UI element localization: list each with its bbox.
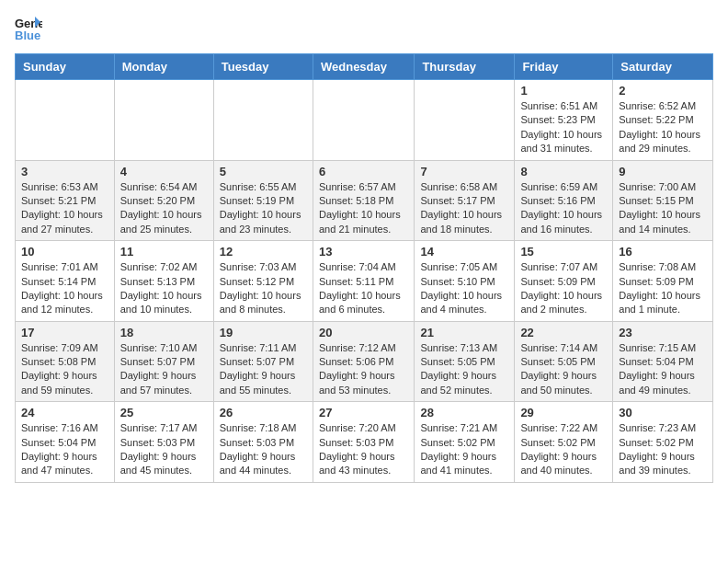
weekday-header-monday: Monday: [114, 54, 213, 80]
calendar-cell: 30Sunrise: 7:23 AM Sunset: 5:02 PM Dayli…: [613, 402, 713, 483]
calendar-cell: 27Sunrise: 7:20 AM Sunset: 5:03 PM Dayli…: [313, 402, 414, 483]
weekday-header-saturday: Saturday: [613, 54, 713, 80]
calendar-cell: 6Sunrise: 6:57 AM Sunset: 5:18 PM Daylig…: [313, 160, 414, 241]
day-info: Sunrise: 7:10 AM Sunset: 5:07 PM Dayligh…: [120, 341, 208, 398]
day-number: 24: [21, 406, 108, 419]
weekday-header-tuesday: Tuesday: [213, 54, 313, 80]
calendar-cell: 18Sunrise: 7:10 AM Sunset: 5:07 PM Dayli…: [114, 321, 213, 402]
day-number: 10: [21, 245, 108, 259]
day-number: 16: [619, 245, 707, 259]
weekday-header-thursday: Thursday: [415, 54, 515, 80]
day-info: Sunrise: 7:03 AM Sunset: 5:12 PM Dayligh…: [220, 260, 307, 317]
day-info: Sunrise: 7:15 AM Sunset: 5:04 PM Dayligh…: [619, 341, 707, 398]
day-info: Sunrise: 7:01 AM Sunset: 5:14 PM Dayligh…: [21, 260, 108, 317]
day-info: Sunrise: 7:13 AM Sunset: 5:05 PM Dayligh…: [420, 341, 508, 398]
calendar-cell: 29Sunrise: 7:22 AM Sunset: 5:02 PM Dayli…: [515, 402, 613, 483]
day-info: Sunrise: 7:17 AM Sunset: 5:03 PM Dayligh…: [120, 421, 208, 478]
day-number: 26: [220, 406, 307, 419]
day-info: Sunrise: 7:23 AM Sunset: 5:02 PM Dayligh…: [619, 421, 707, 478]
day-info: Sunrise: 6:52 AM Sunset: 5:22 PM Dayligh…: [619, 99, 707, 156]
day-info: Sunrise: 7:14 AM Sunset: 5:05 PM Dayligh…: [520, 341, 607, 398]
calendar-cell: 14Sunrise: 7:05 AM Sunset: 5:10 PM Dayli…: [415, 241, 515, 322]
day-number: 12: [220, 245, 307, 259]
calendar-week-1: 1Sunrise: 6:51 AM Sunset: 5:23 PM Daylig…: [16, 80, 713, 161]
calendar-cell: 24Sunrise: 7:16 AM Sunset: 5:04 PM Dayli…: [16, 402, 115, 483]
day-number: 13: [319, 245, 408, 259]
day-info: Sunrise: 7:11 AM Sunset: 5:07 PM Dayligh…: [220, 341, 307, 398]
day-number: 7: [420, 165, 508, 178]
calendar-week-5: 24Sunrise: 7:16 AM Sunset: 5:04 PM Dayli…: [16, 402, 713, 483]
day-number: 1: [520, 84, 607, 98]
calendar-cell: [313, 80, 414, 161]
day-number: 15: [520, 245, 607, 259]
day-info: Sunrise: 7:18 AM Sunset: 5:03 PM Dayligh…: [220, 421, 307, 478]
day-number: 9: [619, 165, 707, 178]
day-info: Sunrise: 6:51 AM Sunset: 5:23 PM Dayligh…: [520, 99, 607, 156]
day-info: Sunrise: 7:07 AM Sunset: 5:09 PM Dayligh…: [520, 260, 607, 317]
day-number: 30: [619, 406, 707, 419]
day-info: Sunrise: 6:53 AM Sunset: 5:21 PM Dayligh…: [21, 180, 108, 237]
calendar-cell: 1Sunrise: 6:51 AM Sunset: 5:23 PM Daylig…: [515, 80, 613, 161]
calendar-week-2: 3Sunrise: 6:53 AM Sunset: 5:21 PM Daylig…: [16, 160, 713, 241]
day-info: Sunrise: 7:05 AM Sunset: 5:10 PM Dayligh…: [420, 260, 508, 317]
calendar-cell: 26Sunrise: 7:18 AM Sunset: 5:03 PM Dayli…: [213, 402, 313, 483]
weekday-header-sunday: Sunday: [16, 54, 115, 80]
day-number: 5: [220, 165, 307, 178]
day-number: 25: [120, 406, 208, 419]
day-number: 4: [120, 165, 208, 178]
calendar-cell: 20Sunrise: 7:12 AM Sunset: 5:06 PM Dayli…: [313, 321, 414, 402]
calendar-cell: 19Sunrise: 7:11 AM Sunset: 5:07 PM Dayli…: [213, 321, 313, 402]
day-number: 21: [420, 326, 508, 339]
day-info: Sunrise: 7:02 AM Sunset: 5:13 PM Dayligh…: [120, 260, 208, 317]
weekday-header-row: SundayMondayTuesdayWednesdayThursdayFrid…: [16, 54, 713, 80]
calendar-cell: [213, 80, 313, 161]
logo-icon: General Blue: [15, 15, 42, 42]
day-number: 3: [21, 165, 108, 178]
logo: General Blue: [15, 15, 42, 42]
calendar-week-4: 17Sunrise: 7:09 AM Sunset: 5:08 PM Dayli…: [16, 321, 713, 402]
calendar-cell: 9Sunrise: 7:00 AM Sunset: 5:15 PM Daylig…: [613, 160, 713, 241]
calendar-cell: [114, 80, 213, 161]
calendar-cell: 28Sunrise: 7:21 AM Sunset: 5:02 PM Dayli…: [415, 402, 515, 483]
day-info: Sunrise: 7:12 AM Sunset: 5:06 PM Dayligh…: [319, 341, 408, 398]
day-number: 27: [319, 406, 408, 419]
calendar-cell: [415, 80, 515, 161]
day-number: 28: [420, 406, 508, 419]
day-info: Sunrise: 7:00 AM Sunset: 5:15 PM Dayligh…: [619, 180, 707, 237]
day-info: Sunrise: 7:08 AM Sunset: 5:09 PM Dayligh…: [619, 260, 707, 317]
page-header: General Blue: [15, 15, 713, 42]
day-number: 8: [520, 165, 607, 178]
day-info: Sunrise: 6:55 AM Sunset: 5:19 PM Dayligh…: [220, 180, 307, 237]
calendar-cell: 21Sunrise: 7:13 AM Sunset: 5:05 PM Dayli…: [415, 321, 515, 402]
day-info: Sunrise: 7:21 AM Sunset: 5:02 PM Dayligh…: [420, 421, 508, 478]
day-info: Sunrise: 7:22 AM Sunset: 5:02 PM Dayligh…: [520, 421, 607, 478]
calendar-cell: 23Sunrise: 7:15 AM Sunset: 5:04 PM Dayli…: [613, 321, 713, 402]
day-number: 2: [619, 84, 707, 98]
day-number: 11: [120, 245, 208, 259]
day-info: Sunrise: 6:59 AM Sunset: 5:16 PM Dayligh…: [520, 180, 607, 237]
calendar-cell: 13Sunrise: 7:04 AM Sunset: 5:11 PM Dayli…: [313, 241, 414, 322]
weekday-header-wednesday: Wednesday: [313, 54, 414, 80]
calendar-cell: 15Sunrise: 7:07 AM Sunset: 5:09 PM Dayli…: [515, 241, 613, 322]
calendar-cell: 8Sunrise: 6:59 AM Sunset: 5:16 PM Daylig…: [515, 160, 613, 241]
day-number: 17: [21, 326, 108, 339]
day-number: 6: [319, 165, 408, 178]
day-number: 14: [420, 245, 508, 259]
day-number: 20: [319, 326, 408, 339]
calendar-cell: 17Sunrise: 7:09 AM Sunset: 5:08 PM Dayli…: [16, 321, 115, 402]
calendar-cell: 12Sunrise: 7:03 AM Sunset: 5:12 PM Dayli…: [213, 241, 313, 322]
weekday-header-friday: Friday: [515, 54, 613, 80]
day-number: 19: [220, 326, 307, 339]
calendar-cell: 2Sunrise: 6:52 AM Sunset: 5:22 PM Daylig…: [613, 80, 713, 161]
calendar-cell: 11Sunrise: 7:02 AM Sunset: 5:13 PM Dayli…: [114, 241, 213, 322]
day-info: Sunrise: 6:57 AM Sunset: 5:18 PM Dayligh…: [319, 180, 408, 237]
day-info: Sunrise: 7:09 AM Sunset: 5:08 PM Dayligh…: [21, 341, 108, 398]
day-number: 23: [619, 326, 707, 339]
calendar-cell: 10Sunrise: 7:01 AM Sunset: 5:14 PM Dayli…: [16, 241, 115, 322]
day-info: Sunrise: 7:04 AM Sunset: 5:11 PM Dayligh…: [319, 260, 408, 317]
calendar-cell: 5Sunrise: 6:55 AM Sunset: 5:19 PM Daylig…: [213, 160, 313, 241]
day-number: 18: [120, 326, 208, 339]
day-number: 22: [520, 326, 607, 339]
calendar-table: SundayMondayTuesdayWednesdayThursdayFrid…: [15, 53, 713, 483]
day-info: Sunrise: 6:58 AM Sunset: 5:17 PM Dayligh…: [420, 180, 508, 237]
